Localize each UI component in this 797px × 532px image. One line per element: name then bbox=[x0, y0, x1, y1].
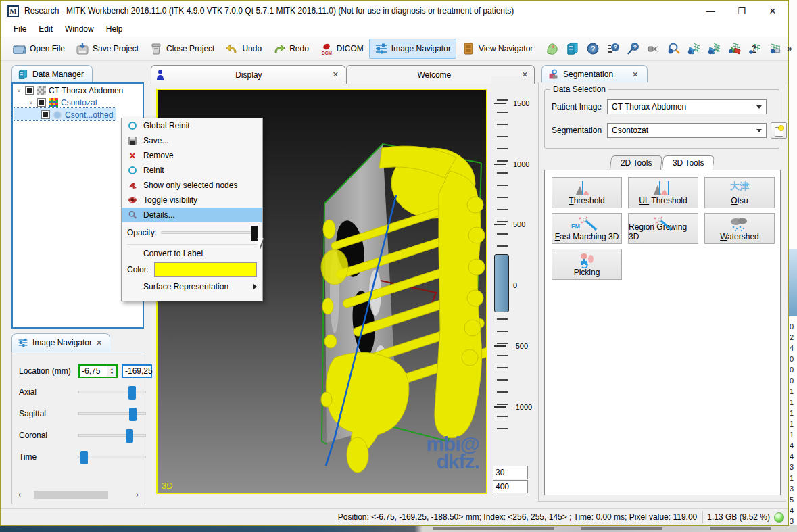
menu-remove[interactable]: ✕ Remove bbox=[122, 148, 262, 163]
new-segmentation-button[interactable] bbox=[771, 122, 787, 139]
time-slider[interactable] bbox=[78, 456, 146, 458]
expander-icon[interactable]: ˅ bbox=[28, 99, 34, 106]
surface-tool-button[interactable] bbox=[542, 39, 562, 59]
scroll-right-icon[interactable]: › bbox=[132, 490, 142, 500]
undo-button[interactable]: Undo bbox=[220, 39, 267, 59]
search-data-button[interactable] bbox=[664, 39, 684, 59]
tab-segmentation[interactable]: Segmentation ✕ bbox=[541, 65, 648, 83]
tree-node-csontozat[interactable]: ˅ Csontozat bbox=[13, 96, 143, 108]
redo-button[interactable]: Redo bbox=[267, 39, 314, 59]
import-grid-button[interactable] bbox=[684, 39, 704, 59]
open-file-button[interactable]: Open File bbox=[7, 39, 70, 59]
level-window-widget[interactable]: 1500 1000 500 0 -500 -1000 30 400 bbox=[491, 76, 533, 506]
minimize-button[interactable]: — bbox=[695, 1, 726, 21]
level-input[interactable]: 30 bbox=[493, 466, 528, 479]
visibility-icon bbox=[127, 195, 138, 205]
redo-icon bbox=[272, 42, 286, 55]
transfer-grid-button[interactable] bbox=[725, 39, 745, 59]
opacity-slider-handle[interactable] bbox=[251, 226, 258, 241]
region-growing-icon bbox=[629, 216, 698, 233]
menu-save[interactable]: Save... bbox=[122, 133, 262, 148]
coronal-slider[interactable] bbox=[78, 434, 146, 437]
menu-details[interactable]: Details... bbox=[122, 208, 262, 222]
scale-tick-label: -1000 bbox=[513, 403, 532, 411]
menu-window[interactable]: Window bbox=[59, 22, 100, 36]
ul-threshold-tool-button[interactable]: UL Threshold bbox=[628, 177, 698, 208]
visibility-checkbox[interactable] bbox=[37, 98, 46, 107]
arrow-grid-icon bbox=[687, 42, 701, 55]
expander-icon[interactable]: ˅ bbox=[16, 87, 22, 94]
spinner-arrows[interactable]: ▲▼ bbox=[107, 366, 116, 377]
menu-global-reinit[interactable]: Global Reinit bbox=[122, 118, 262, 133]
opacity-label: Opacity: bbox=[127, 228, 157, 237]
close-button[interactable]: ✕ bbox=[757, 1, 788, 21]
sagittal-slider[interactable] bbox=[78, 412, 146, 415]
threshold-tool-button[interactable]: Threshold bbox=[552, 177, 622, 208]
toolbar-overflow-chevron[interactable]: » bbox=[787, 43, 792, 53]
level-window-range-handle[interactable] bbox=[494, 254, 509, 312]
opacity-row: Opacity: bbox=[122, 222, 262, 243]
dicom-button[interactable]: DCM DICOM bbox=[314, 39, 369, 59]
scrollbar-thumb[interactable] bbox=[34, 491, 108, 499]
patient-image-combo[interactable]: CT Thorax Abdomen bbox=[607, 99, 767, 114]
hand-grid-button[interactable] bbox=[765, 39, 786, 59]
context-help-button[interactable]: ? bbox=[623, 39, 644, 59]
menu-reinit[interactable]: Reinit bbox=[122, 163, 262, 178]
location-y-input[interactable]: -169,25 bbox=[122, 364, 152, 378]
region-growing-tool-button[interactable]: Region Growing 3D bbox=[628, 213, 698, 244]
scroll-left-icon[interactable]: ‹ bbox=[15, 490, 24, 500]
menu-convert-to-label[interactable]: Convert to Label bbox=[122, 246, 262, 261]
otsu-tool-button[interactable]: 大津 Otsu bbox=[704, 177, 775, 208]
watershed-tool-button[interactable]: Watershed bbox=[704, 213, 775, 244]
tab-3d-tools[interactable]: 3D Tools bbox=[661, 155, 715, 170]
tab-display[interactable]: Display ✕ bbox=[151, 65, 345, 84]
tools-tab-bar: 2D Tools 3D Tools bbox=[539, 155, 786, 170]
ul-threshold-icon bbox=[629, 180, 698, 195]
menu-help[interactable]: Help bbox=[100, 22, 129, 36]
image-navigator-button[interactable]: Image Navigator bbox=[369, 39, 456, 59]
image-node-icon bbox=[37, 86, 46, 95]
tab-2d-tools[interactable]: 2D Tools bbox=[610, 155, 663, 170]
image-navigator-icon bbox=[375, 42, 388, 55]
fast-marching-tool-button[interactable]: FM Fast Marching 3D bbox=[552, 213, 622, 244]
menu-edit[interactable]: Edit bbox=[32, 22, 59, 36]
location-x-input[interactable]: -6,75 ▲▼ bbox=[78, 364, 118, 378]
view-navigator-button[interactable]: View Navigator bbox=[456, 39, 538, 59]
title-bar[interactable]: M Research - MITK Workbench 2016.11.0 (I… bbox=[1, 1, 788, 21]
close-project-button[interactable]: Close Project bbox=[144, 39, 220, 59]
dropdown-arrow-icon bbox=[756, 129, 762, 132]
horizontal-scrollbar[interactable]: ‹ › bbox=[15, 490, 142, 500]
mitk-workbench-window: M Research - MITK Workbench 2016.11.0 (I… bbox=[0, 0, 789, 526]
picking-tool-button[interactable]: Picking bbox=[552, 249, 622, 280]
arrow-grid-icon bbox=[708, 42, 721, 55]
close-view-icon[interactable]: ✕ bbox=[632, 70, 637, 79]
tree-node-csont-smoothed[interactable]: Csont...othed bbox=[14, 108, 116, 120]
maximize-button[interactable]: ❐ bbox=[726, 1, 757, 21]
menu-toggle-visibility[interactable]: Toggle visibility bbox=[122, 193, 262, 208]
visibility-checkbox[interactable] bbox=[25, 86, 34, 95]
tab-data-manager[interactable]: Data Manager bbox=[11, 65, 93, 83]
help-button[interactable]: ? bbox=[583, 39, 603, 59]
export-grid-button[interactable] bbox=[704, 39, 725, 59]
close-view-icon[interactable]: ✕ bbox=[96, 339, 101, 347]
data-storage-button[interactable] bbox=[562, 39, 583, 59]
fm-text: FM bbox=[571, 223, 580, 230]
visibility-checkbox[interactable] bbox=[41, 110, 50, 119]
help-contents-button[interactable]: ? bbox=[603, 39, 623, 59]
opacity-slider[interactable] bbox=[161, 231, 257, 234]
save-project-button[interactable]: Save Project bbox=[70, 39, 144, 59]
tab-image-navigator[interactable]: Image Navigator ✕ bbox=[11, 333, 110, 352]
tree-node-ct-thorax[interactable]: ˅ CT Thorax Abdomen bbox=[13, 84, 143, 96]
menu-surface-representation[interactable]: Surface Representation bbox=[122, 279, 262, 295]
menu-show-only-selected[interactable]: Show only selected nodes bbox=[122, 178, 262, 193]
axial-slider[interactable] bbox=[78, 391, 146, 393]
window-input[interactable]: 400 bbox=[493, 480, 528, 493]
close-tab-icon[interactable]: ✕ bbox=[333, 70, 338, 79]
key-cut-button[interactable] bbox=[644, 39, 664, 59]
menu-file[interactable]: File bbox=[7, 22, 32, 36]
question-grid-button[interactable]: ? bbox=[745, 39, 765, 59]
menu-bar: File Edit Window Help bbox=[1, 21, 788, 37]
image-navigator-panel: Location (mm) -6,75 ▲▼ -169,25 Axial Sag… bbox=[11, 352, 145, 504]
color-swatch[interactable] bbox=[154, 262, 257, 277]
segmentation-combo[interactable]: Csontozat bbox=[607, 123, 767, 138]
